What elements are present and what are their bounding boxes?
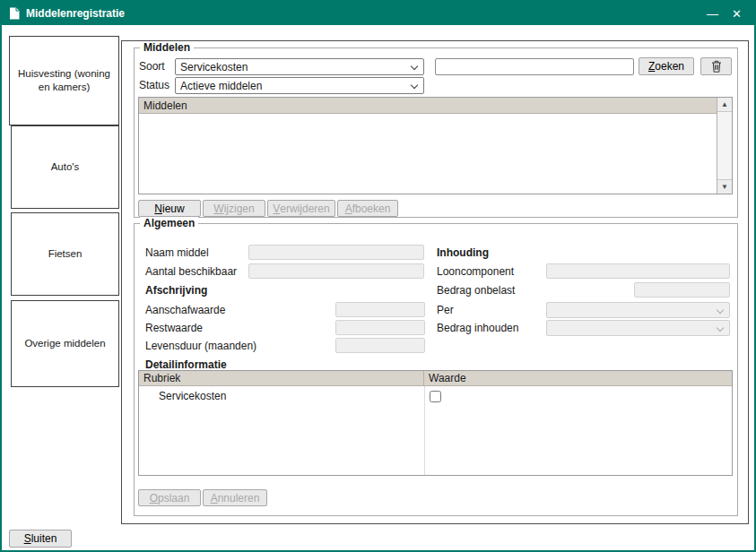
status-select-value: Actieve middelen [180,80,262,92]
document-icon [9,7,20,20]
minimize-button[interactable]: — [703,6,722,22]
titlebar: Middelenregistratie — ✕ [2,2,754,25]
bedrag-onbelast-label: Bedrag onbelast [437,284,515,297]
detail-table: Rubriek Waarde Servicekosten [138,370,733,476]
status-label: Status [139,79,169,91]
naam-middel-label: Naam middel [145,246,209,259]
nieuw-button[interactable]: Nieuw [138,200,201,217]
bedrag-inhouden-label: Bedrag inhouden [437,322,518,334]
column-divider [424,386,425,475]
servicekosten-checkbox[interactable] [430,391,441,402]
search-input[interactable] [435,58,634,75]
detail-table-header: Rubriek Waarde [139,371,732,386]
window-body: Huisvesting (woning en kamers) Auto's Fi… [2,25,754,550]
scroll-up-icon[interactable]: ▲ [717,98,732,112]
bedrag-inhouden-select[interactable] [546,320,730,336]
algemeen-group: Algemeen Naam middel Aantal beschikbaar … [134,223,738,516]
middelen-list-header: Middelen [139,98,717,114]
verwijderen-button[interactable]: Verwijderen [267,200,335,217]
soort-select-value: Servicekosten [180,61,248,73]
algemeen-group-label: Algemeen [140,217,198,229]
close-button[interactable]: ✕ [728,6,745,22]
middelen-group-label: Middelen [140,41,194,54]
table-row[interactable]: Servicekosten [139,386,732,406]
naam-middel-input[interactable] [248,245,424,260]
detailinformatie-header: Detailinformatie [145,358,227,371]
aantal-beschikbaar-label: Aantal beschikbaar [145,265,237,278]
looncomponent-label: Looncomponent [437,265,514,278]
afschrijving-header: Afschrijving [145,284,207,297]
sluiten-button[interactable]: Sluiten [9,530,72,548]
tab-fietsen-label: Fietsen [48,247,83,261]
tab-autos[interactable]: Auto's [11,125,119,209]
aanschafwaarde-label: Aanschafwaarde [145,304,225,316]
levensduur-label: Levensduur (maanden) [145,340,256,352]
annuleren-button[interactable]: Annuleren [203,489,267,506]
trash-icon [711,60,722,73]
chevron-down-icon [717,324,724,332]
vertical-scrollbar[interactable]: ▲ ▼ [717,98,732,194]
content-panel: Middelen Soort Servicekosten Zoeken Stat… [121,40,749,524]
tab-overige-middelen-label: Overige middelen [24,337,105,350]
tab-fietsen[interactable]: Fietsen [11,212,119,296]
tab-huisvesting-label: Huisvesting (woning en kamers) [12,67,117,94]
afboeken-button[interactable]: Afboeken [337,200,398,217]
chevron-down-icon [717,306,724,314]
waarde-cell [424,391,732,402]
tab-huisvesting[interactable]: Huisvesting (woning en kamers) [9,36,119,125]
scroll-down-icon[interactable]: ▼ [717,179,732,194]
zoeken-button[interactable]: Zoeken [639,57,694,75]
chevron-down-icon [411,82,418,89]
levensduur-input[interactable] [335,338,425,353]
middelen-group: Middelen Soort Servicekosten Zoeken Stat… [134,47,738,218]
restwaarde-input[interactable] [335,320,425,335]
soort-label: Soort [139,60,165,73]
wijzigen-button[interactable]: Wijzigen [203,200,265,217]
aanschafwaarde-input[interactable] [335,302,425,317]
chevron-down-icon [411,63,418,70]
column-header-waarde: Waarde [424,371,732,385]
bedrag-onbelast-input[interactable] [634,282,730,298]
tab-autos-label: Auto's [51,160,80,174]
rubriek-cell: Servicekosten [139,390,424,402]
looncomponent-input[interactable] [546,263,730,279]
middelen-list[interactable]: Middelen ▲ ▼ [138,97,733,194]
restwaarde-label: Restwaarde [145,322,203,334]
per-select[interactable] [546,302,730,318]
inhouding-header: Inhouding [437,246,489,259]
status-select[interactable]: Actieve middelen [175,77,424,94]
window-title: Middelenregistratie [26,7,125,20]
opslaan-button[interactable]: Opslaan [138,489,201,506]
tab-overige-middelen[interactable]: Overige middelen [11,300,119,387]
middelenregistratie-window: Middelenregistratie — ✕ Huisvesting (won… [0,0,756,552]
soort-select[interactable]: Servicekosten [175,58,424,75]
column-header-rubriek: Rubriek [139,371,424,385]
per-label: Per [437,304,454,316]
trash-button[interactable] [700,57,732,75]
aantal-beschikbaar-input[interactable] [248,263,424,279]
detail-table-body: Servicekosten [139,386,732,475]
